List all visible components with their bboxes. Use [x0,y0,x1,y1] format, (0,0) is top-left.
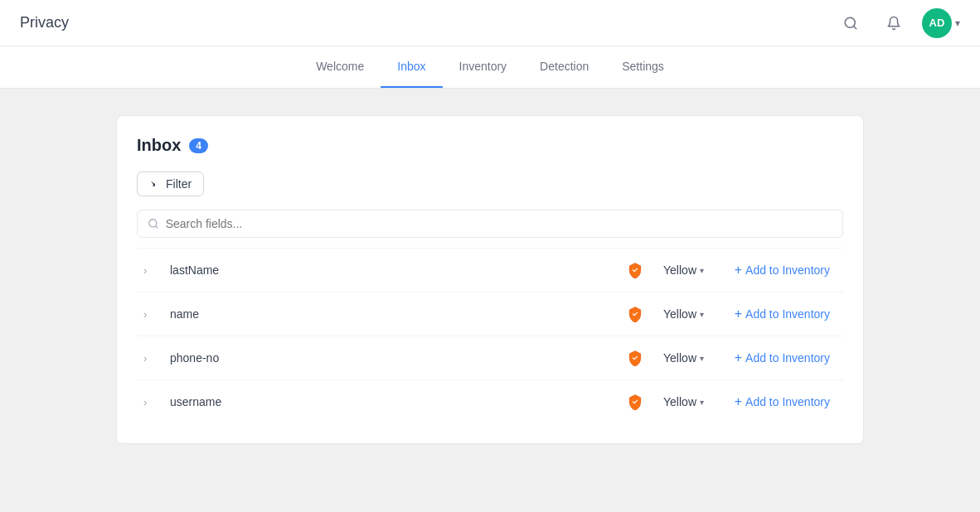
main-content: Inbox 4 Filter › lastName [0,89,980,508]
nav-item-detection[interactable]: Detection [523,46,605,88]
field-name: name [170,307,614,321]
shield-icon [623,390,647,413]
inbox-title: Inbox [137,136,181,155]
avatar: AD [922,8,952,38]
search-icon[interactable] [836,8,866,38]
card-header: Inbox 4 [137,136,843,155]
expand-icon[interactable]: › [143,352,160,365]
add-to-inventory-button[interactable]: + Add to Inventory [720,259,837,281]
inbox-card: Inbox 4 Filter › lastName [116,115,864,444]
plus-icon: + [735,350,742,365]
nav-item-settings[interactable]: Settings [605,46,681,88]
expand-icon[interactable]: › [143,396,160,408]
main-nav: Welcome Inbox Inventory Detection Settin… [0,46,980,89]
svg-line-1 [853,26,856,28]
nav-item-inventory[interactable]: Inventory [443,46,524,88]
shield-icon [623,346,647,370]
status-dropdown[interactable]: Yellow ▾ [657,392,711,412]
inbox-count-badge: 4 [189,138,208,153]
status-dropdown[interactable]: Yellow ▾ [657,260,711,280]
status-label: Yellow [663,263,696,277]
expand-icon[interactable]: › [143,308,160,321]
status-label: Yellow [663,307,696,321]
add-label: Add to Inventory [745,395,830,408]
header-actions: AD ▾ [836,8,960,38]
field-name: lastName [170,263,614,277]
search-bar [137,210,843,238]
table-row: › phone-no Yellow ▾ + Add to Inventory [137,336,843,379]
avatar-chevron-icon: ▾ [955,17,960,29]
table-row: › lastName Yellow ▾ + Add to Inventory [137,248,843,292]
add-to-inventory-button[interactable]: + Add to Inventory [720,391,837,413]
status-label: Yellow [663,395,696,408]
dropdown-arrow-icon: ▾ [700,310,704,319]
dropdown-arrow-icon: ▾ [700,266,704,275]
avatar-wrapper[interactable]: AD ▾ [922,8,960,38]
add-label: Add to Inventory [745,263,830,277]
nav-item-inbox[interactable]: Inbox [381,46,442,88]
search-input[interactable] [166,217,832,230]
filter-icon [149,178,161,190]
svg-line-3 [155,226,157,228]
add-to-inventory-button[interactable]: + Add to Inventory [720,347,837,369]
shield-icon [623,258,647,282]
dropdown-arrow-icon: ▾ [700,398,704,407]
add-to-inventory-button[interactable]: + Add to Inventory [720,303,837,325]
status-dropdown[interactable]: Yellow ▾ [657,348,711,368]
add-label: Add to Inventory [745,307,830,321]
status-label: Yellow [663,351,696,365]
add-label: Add to Inventory [745,351,830,365]
plus-icon: + [735,263,742,278]
status-dropdown[interactable]: Yellow ▾ [657,304,711,324]
search-icon [148,218,159,229]
inbox-rows: › lastName Yellow ▾ + Add to Inventory [137,248,843,423]
field-name: username [170,395,614,408]
dropdown-arrow-icon: ▾ [700,354,704,363]
app-title: Privacy [20,14,69,31]
filter-label: Filter [166,177,192,191]
field-name: phone-no [170,351,614,365]
expand-icon[interactable]: › [143,264,160,277]
filter-button[interactable]: Filter [137,171,204,196]
notification-icon[interactable] [879,8,909,38]
header: Privacy AD ▾ [0,0,980,46]
table-row: › username Yellow ▾ + Add to Inventory [137,379,843,423]
shield-icon [623,302,647,326]
plus-icon: + [735,307,742,321]
nav-item-welcome[interactable]: Welcome [299,46,381,88]
table-row: › name Yellow ▾ + Add to Inventory [137,292,843,336]
plus-icon: + [735,394,742,409]
